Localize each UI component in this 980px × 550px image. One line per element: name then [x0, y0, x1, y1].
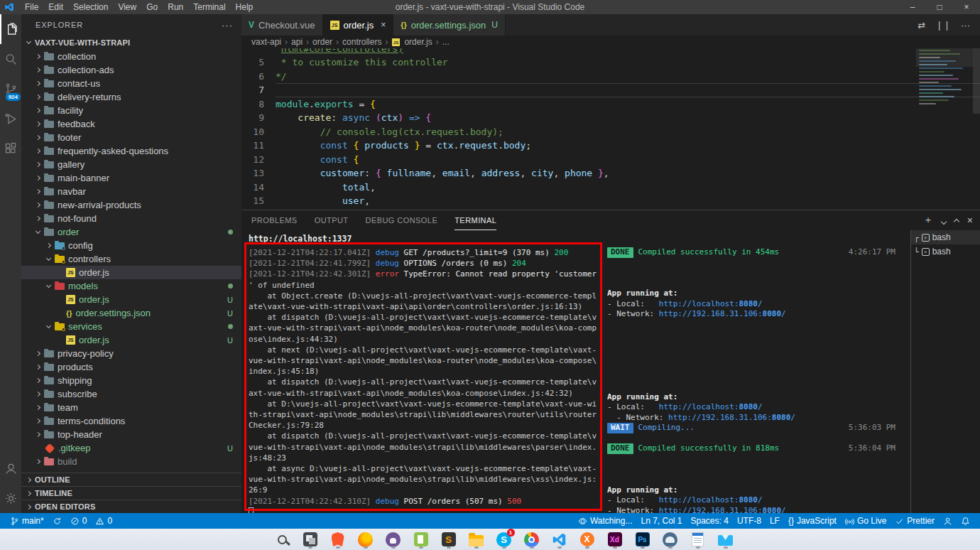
taskbar-search-icon[interactable] [273, 529, 292, 549]
status-check-prettier[interactable]: Prettier [891, 513, 939, 529]
status-watch-watching[interactable]: Watching... [574, 513, 637, 529]
tab-order-js[interactable]: JSorder.js× [323, 14, 394, 36]
workspace-root-folder[interactable]: VAXT-VUE-WITH-STRAPI [21, 36, 241, 50]
terminal-picker-icon[interactable] [942, 215, 946, 226]
taskbar-photoshop-icon[interactable]: Ps [633, 529, 652, 549]
activity-source-control-icon[interactable]: 924 [0, 74, 21, 104]
minimize-window-button[interactable]: – [899, 0, 926, 14]
taskbar-windows-start-icon[interactable] [246, 529, 264, 549]
status-spaces-4[interactable]: Spaces: 4 [687, 513, 733, 529]
tree-item-products[interactable]: products [21, 360, 241, 374]
status-braces-javascript[interactable]: {}JavaScript [784, 513, 841, 529]
status-ln-7-col-1[interactable]: Ln 7, Col 1 [636, 513, 686, 529]
tree-item-not-found[interactable]: not-found [21, 212, 241, 225]
status-lf[interactable]: LF [766, 513, 784, 529]
status-branch-main[interactable]: main* [6, 513, 48, 529]
close-window-button[interactable]: × [953, 0, 980, 14]
tree-item-order-settings-json[interactable]: {}order.settings.jsonU [21, 306, 241, 320]
tree-item-footer[interactable]: footer [21, 131, 241, 144]
tree-item-build[interactable]: build [21, 455, 241, 468]
tree-item-main-banner[interactable]: main-banner [21, 171, 241, 185]
section-outline[interactable]: OUTLINE [21, 473, 241, 486]
tree-item-order[interactable]: order [21, 225, 241, 239]
more-actions-icon[interactable]: ··· [961, 20, 970, 31]
tree-item-privacy-policy[interactable]: privacy-policy [21, 347, 241, 360]
taskbar-notepad-plus-plus-icon[interactable] [412, 529, 430, 549]
breadcrumb-item[interactable]: ... [442, 37, 450, 47]
breadcrumb-item[interactable]: order.js [404, 37, 432, 47]
menu-view[interactable]: View [113, 2, 141, 12]
status-bell[interactable] [957, 513, 974, 529]
menu-file[interactable]: File [20, 2, 43, 12]
tree-item-terms-conditions[interactable]: terms-conditions [21, 414, 241, 428]
breadcrumb-item[interactable]: order [312, 37, 332, 47]
tree-item-order-js[interactable]: JSorder.jsU [21, 293, 241, 306]
tree-item-order-js[interactable]: JSorder.js [21, 266, 241, 279]
taskbar-screenshot-app-icon[interactable] [301, 529, 320, 549]
taskbar-xampp-icon[interactable]: X [578, 529, 597, 549]
explorer-more-actions-icon[interactable]: ··· [222, 20, 233, 31]
tree-item--gitkeep[interactable]: .gitkeepU [21, 441, 241, 455]
activity-run-debug-icon[interactable] [0, 104, 21, 134]
tree-item-collection-ads[interactable]: collection-ads [21, 63, 241, 77]
taskbar-mail-icon[interactable] [717, 529, 735, 549]
tree-item-team[interactable]: team [21, 401, 241, 414]
tree-item-facility[interactable]: facility [21, 104, 241, 117]
editor-scrollbar[interactable] [973, 48, 980, 114]
status-feedback[interactable] [939, 513, 957, 529]
section-timeline[interactable]: TIMELINE [21, 486, 241, 500]
taskbar-brave-icon[interactable] [329, 529, 347, 549]
tree-item-feedback[interactable]: feedback [21, 117, 241, 131]
maximize-window-button[interactable]: □ [926, 0, 953, 14]
activity-extensions-icon[interactable] [0, 134, 21, 163]
menu-run[interactable]: Run [163, 2, 188, 12]
open-changes-icon[interactable]: ⇄ [918, 20, 925, 31]
breadcrumb-item[interactable]: vaxt-api [251, 37, 281, 47]
menu-go[interactable]: Go [141, 2, 163, 12]
tree-item-gallery[interactable]: gallery [21, 158, 241, 171]
breadcrumb-item[interactable]: api [291, 37, 303, 47]
breadcrumb[interactable]: vaxt-api›api›order›controllers›JSorder.j… [241, 36, 980, 48]
minimap[interactable] [919, 50, 970, 105]
terminal-instance-bash[interactable]: └>bash [911, 244, 980, 259]
tree-item-shipping[interactable]: shipping [21, 374, 241, 387]
tree-item-delivery-returns[interactable]: delivery-returns [21, 90, 241, 104]
activity-explorer-icon[interactable] [0, 14, 21, 44]
tree-item-frequently-asked-questions[interactable]: frequently-asked-questions [21, 144, 241, 158]
status-broadcast-go-live[interactable]: Go Live [841, 513, 891, 529]
tree-item-controllers[interactable]: controllers [21, 252, 241, 266]
activity-settings-icon[interactable] [0, 483, 21, 513]
menu-selection[interactable]: Selection [68, 2, 113, 12]
taskbar-chrome-icon[interactable] [523, 529, 541, 549]
taskbar-vscode-icon[interactable] [550, 529, 569, 549]
status-sync[interactable] [48, 513, 66, 529]
taskbar-github-desktop-icon[interactable] [384, 529, 403, 549]
activity-search-icon[interactable] [0, 44, 21, 74]
close-tab-icon[interactable]: × [381, 20, 386, 30]
tree-item-subscribe[interactable]: subscribe [21, 387, 241, 401]
tree-item-models[interactable]: models [21, 279, 241, 293]
panel-tab-problems[interactable]: PROBLEMS [251, 210, 298, 230]
status-error-0[interactable]: 0 [66, 513, 92, 529]
breadcrumb-item[interactable]: controllers [342, 37, 381, 47]
new-terminal-icon[interactable]: ＋ [923, 214, 933, 227]
menu-edit[interactable]: Edit [43, 2, 68, 12]
menu-terminal[interactable]: Terminal [188, 2, 230, 12]
tree-item-contact-us[interactable]: contact-us [21, 77, 241, 90]
panel-tab-terminal[interactable]: TERMINAL [454, 210, 496, 230]
taskbar-sublime-text-icon[interactable]: S [440, 529, 458, 549]
taskbar-skype-icon[interactable]: S1 [495, 529, 513, 549]
tree-item-order-js[interactable]: JSorder.jsU [21, 333, 241, 347]
tree-item-top-header[interactable]: top-header [21, 428, 241, 441]
tree-item-config[interactable]: config [21, 239, 241, 252]
status-warning-0[interactable]: 0 [91, 513, 116, 529]
tab-checkout-vue[interactable]: VCheckout.vue [241, 14, 323, 36]
taskbar-firefox-icon[interactable] [356, 529, 375, 549]
menu-help[interactable]: Help [231, 2, 258, 12]
tree-item-navbar[interactable]: navbar [21, 185, 241, 198]
code-editor[interactable]: html#core-controllers)5 * to customize t… [241, 48, 980, 210]
section-open-editors[interactable]: OPEN EDITORS [21, 500, 241, 513]
taskbar-adobe-xd-icon[interactable]: Xd [606, 529, 624, 549]
split-editor-icon[interactable]: ❘❘ [935, 20, 951, 31]
terminal-instance-bash[interactable]: ┌>bash [911, 230, 980, 244]
